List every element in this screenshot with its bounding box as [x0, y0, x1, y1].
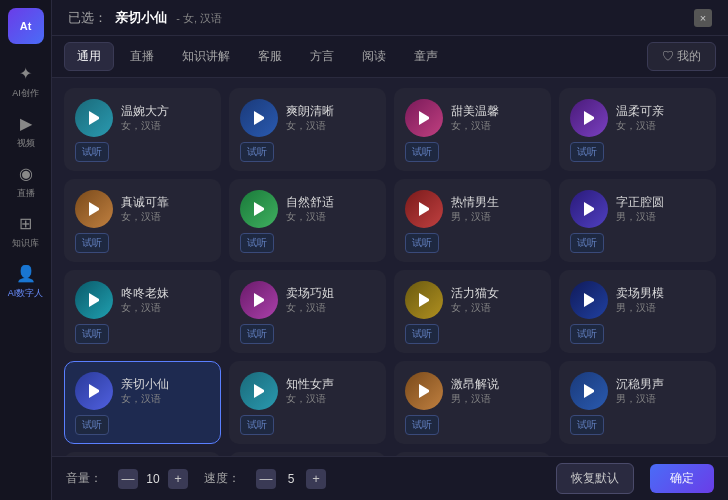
play-icon-3	[419, 111, 433, 125]
try-button-13[interactable]: 试听	[75, 415, 109, 435]
tab-child[interactable]: 童声	[402, 43, 450, 70]
main-panel: 已选： 亲切小仙 - 女, 汉语 × 通用直播知识讲解客服方言阅读童声 ♡ 我的…	[52, 0, 728, 500]
voice-card-1[interactable]: 温婉大方 女，汉语 试听	[64, 88, 221, 171]
sidebar-item-knowledge[interactable]: ⊞ 知识库	[4, 206, 48, 256]
header-selected-name: 亲切小仙	[115, 10, 167, 25]
video-label: 视频	[17, 137, 35, 150]
voice-avatar-5	[75, 190, 113, 228]
try-button-5[interactable]: 试听	[75, 233, 109, 253]
speed-label: 速度：	[204, 470, 240, 487]
sidebar-logo: At	[8, 8, 44, 44]
sidebar-item-ai-create[interactable]: ✦ AI创作	[4, 56, 48, 106]
voice-info-4: 温柔可亲 女，汉语	[616, 103, 705, 134]
voice-card-14[interactable]: 知性女声 女，汉语 试听	[229, 361, 386, 444]
live-label: 直播	[17, 187, 35, 200]
play-icon-13	[89, 384, 103, 398]
play-icon-2	[254, 111, 268, 125]
play-icon-1	[89, 111, 103, 125]
reset-default-button[interactable]: 恢复默认	[556, 463, 634, 494]
voice-info-9: 咚咚老妹 女，汉语	[121, 285, 210, 316]
voice-meta-5: 女，汉语	[121, 210, 210, 224]
volume-plus-button[interactable]: +	[168, 469, 188, 489]
voice-name-6: 自然舒适	[286, 194, 375, 211]
sidebar-item-live[interactable]: ◉ 直播	[4, 156, 48, 206]
voice-card-10[interactable]: 卖场巧姐 女，汉语 试听	[229, 270, 386, 353]
voice-card-7[interactable]: 热情男生 男，汉语 试听	[394, 179, 551, 262]
play-icon-14	[254, 384, 268, 398]
try-button-1[interactable]: 试听	[75, 142, 109, 162]
speed-counter: — 5 +	[256, 469, 326, 489]
try-button-4[interactable]: 试听	[570, 142, 604, 162]
voice-card-3[interactable]: 甜美温馨 女，汉语 试听	[394, 88, 551, 171]
voice-card-17[interactable]: 亲切超姐 女，汉语 试听	[64, 452, 221, 456]
voice-card-18[interactable]: 某某解说 男，汉语 试听	[229, 452, 386, 456]
tab-live[interactable]: 直播	[118, 43, 166, 70]
voice-meta-16: 男，汉语	[616, 392, 705, 406]
speed-minus-button[interactable]: —	[256, 469, 276, 489]
voice-name-3: 甜美温馨	[451, 103, 540, 120]
voice-name-5: 真诚可靠	[121, 194, 210, 211]
tab-general[interactable]: 通用	[64, 42, 114, 71]
header: 已选： 亲切小仙 - 女, 汉语 ×	[52, 0, 728, 36]
voice-card-2[interactable]: 爽朗清晰 女，汉语 试听	[229, 88, 386, 171]
voice-card-6[interactable]: 自然舒适 女，汉语 试听	[229, 179, 386, 262]
try-button-11[interactable]: 试听	[405, 324, 439, 344]
voice-meta-9: 女，汉语	[121, 301, 210, 315]
voice-card-9[interactable]: 咚咚老妹 女，汉语 试听	[64, 270, 221, 353]
sidebar-item-ai-digital[interactable]: 👤 AI数字人	[4, 256, 48, 306]
play-icon-11	[419, 293, 433, 307]
voice-info-16: 沉稳男声 男，汉语	[616, 376, 705, 407]
voice-card-16[interactable]: 沉稳男声 男，汉语 试听	[559, 361, 716, 444]
video-icon: ▶	[15, 112, 37, 134]
voice-grid-container[interactable]: 温婉大方 女，汉语 试听 爽朗清晰 女，汉语 试听	[52, 78, 728, 456]
voice-card-19[interactable]: 成熟磁声 男，汉语 试听	[394, 452, 551, 456]
try-button-8[interactable]: 试听	[570, 233, 604, 253]
sidebar: At ✦ AI创作 ▶ 视频 ◉ 直播 ⊞ 知识库 👤 AI数字人	[0, 0, 52, 500]
play-icon-6	[254, 202, 268, 216]
play-icon-12	[584, 293, 598, 307]
voice-card-11[interactable]: 活力猫女 女，汉语 试听	[394, 270, 551, 353]
my-voices-button[interactable]: ♡ 我的	[647, 42, 716, 71]
header-meta: - 女, 汉语	[176, 12, 222, 24]
volume-minus-button[interactable]: —	[118, 469, 138, 489]
voice-info-15: 激昂解说 男，汉语	[451, 376, 540, 407]
sidebar-item-video[interactable]: ▶ 视频	[4, 106, 48, 156]
voice-avatar-2	[240, 99, 278, 137]
ai-digital-label: AI数字人	[8, 287, 44, 300]
play-icon-15	[419, 384, 433, 398]
voice-card-12[interactable]: 卖场男模 男，汉语 试听	[559, 270, 716, 353]
close-button[interactable]: ×	[694, 9, 712, 27]
voice-grid: 温婉大方 女，汉语 试听 爽朗清晰 女，汉语 试听	[64, 88, 716, 444]
tab-service[interactable]: 客服	[246, 43, 294, 70]
try-button-2[interactable]: 试听	[240, 142, 274, 162]
try-button-12[interactable]: 试听	[570, 324, 604, 344]
try-button-14[interactable]: 试听	[240, 415, 274, 435]
confirm-button[interactable]: 确定	[650, 464, 714, 493]
play-icon-7	[419, 202, 433, 216]
voice-card-15[interactable]: 激昂解说 男，汉语 试听	[394, 361, 551, 444]
try-button-16[interactable]: 试听	[570, 415, 604, 435]
bottom-bar: 音量： — 10 + 速度： — 5 + 恢复默认 确定	[52, 456, 728, 500]
tab-dialect[interactable]: 方言	[298, 43, 346, 70]
voice-meta-3: 女，汉语	[451, 119, 540, 133]
voice-card-13[interactable]: 亲切小仙 女，汉语 试听	[64, 361, 221, 444]
voice-name-7: 热情男生	[451, 194, 540, 211]
voice-meta-7: 男，汉语	[451, 210, 540, 224]
play-icon-4	[584, 111, 598, 125]
voice-card-5[interactable]: 真诚可靠 女，汉语 试听	[64, 179, 221, 262]
voice-name-8: 字正腔圆	[616, 194, 705, 211]
try-button-3[interactable]: 试听	[405, 142, 439, 162]
voice-card-8[interactable]: 字正腔圆 男，汉语 试听	[559, 179, 716, 262]
try-button-7[interactable]: 试听	[405, 233, 439, 253]
tab-knowledge[interactable]: 知识讲解	[170, 43, 242, 70]
voice-info-13: 亲切小仙 女，汉语	[121, 376, 210, 407]
tab-reading[interactable]: 阅读	[350, 43, 398, 70]
speed-value: 5	[282, 472, 300, 486]
voice-card-4[interactable]: 温柔可亲 女，汉语 试听	[559, 88, 716, 171]
try-button-6[interactable]: 试听	[240, 233, 274, 253]
try-button-10[interactable]: 试听	[240, 324, 274, 344]
try-button-9[interactable]: 试听	[75, 324, 109, 344]
speed-plus-button[interactable]: +	[306, 469, 326, 489]
try-button-15[interactable]: 试听	[405, 415, 439, 435]
volume-label: 音量：	[66, 470, 102, 487]
